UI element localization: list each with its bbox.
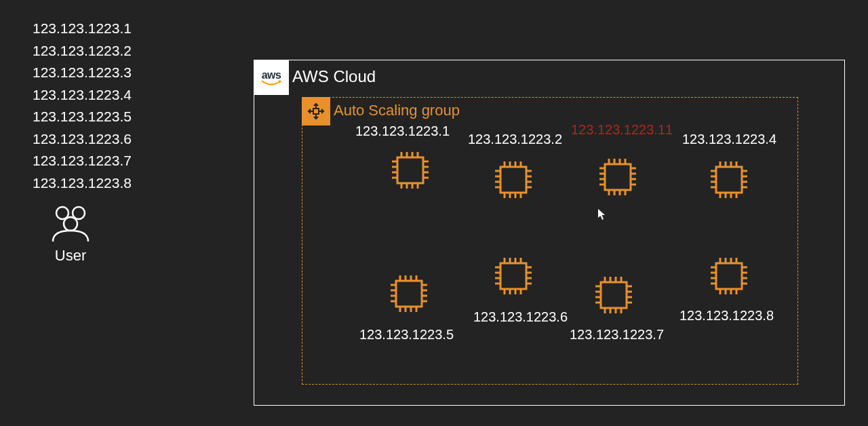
svg-rect-25: [500, 167, 526, 193]
ip-list-item: 123.123.1223.7: [33, 150, 132, 172]
svg-rect-76: [396, 281, 422, 307]
auto-scaling-group: Auto Scaling group 123.123.1223.1 123.12…: [302, 97, 798, 385]
aws-logo-badge: aws: [254, 60, 289, 95]
ip-list-item: 123.123.1223.3: [33, 62, 132, 84]
user-block: User: [47, 204, 94, 265]
ip-list-item: 123.123.1223.1: [33, 18, 132, 40]
ec2-instance-icon: [707, 157, 751, 202]
svg-rect-42: [605, 164, 631, 190]
svg-rect-8: [397, 157, 423, 183]
instance-label-5: 123.123.1223.5: [359, 327, 454, 343]
instance-label-1: 123.123.1223.1: [355, 123, 450, 139]
user-label: User: [47, 247, 94, 265]
svg-point-1: [73, 207, 85, 219]
svg-rect-127: [716, 263, 742, 289]
asg-badge-icon: [302, 97, 330, 125]
instance-label-4: 123.123.1223.4: [682, 132, 776, 147]
aws-smile-icon: [261, 80, 281, 85]
svg-rect-110: [601, 282, 627, 308]
instance-label-7: 123.123.1223.7: [570, 327, 664, 343]
instance-label-2: 123.123.1223.2: [468, 132, 562, 147]
ec2-instance-icon: [387, 271, 431, 316]
svg-rect-93: [500, 263, 526, 289]
svg-rect-59: [716, 167, 742, 193]
asg-title: Auto Scaling group: [334, 102, 460, 119]
svg-rect-3: [313, 109, 319, 114]
ip-list-item: 123.123.1223.8: [33, 172, 132, 195]
ec2-instance-icon: [591, 273, 636, 317]
ip-list-item: 123.123.1223.6: [33, 128, 132, 151]
aws-logo-text: aws: [262, 70, 281, 81]
users-icon: [47, 204, 94, 243]
ec2-instance-icon: [388, 148, 433, 193]
instance-label-6: 123.123.1223.6: [473, 309, 568, 325]
aws-cloud-title: AWS Cloud: [292, 67, 376, 86]
ip-list-item: 123.123.1223.5: [33, 106, 132, 128]
aws-cloud-container: aws AWS Cloud: [254, 60, 845, 406]
svg-point-2: [64, 217, 77, 231]
ec2-instance-icon: [707, 254, 751, 298]
ip-list-item: 123.123.1223.4: [33, 84, 132, 106]
instance-label-8: 123.123.1223.8: [679, 308, 774, 324]
ec2-instance-icon: [595, 155, 640, 199]
ec2-instance-icon: [491, 157, 536, 202]
ec2-instance-icon: [491, 254, 536, 298]
ip-address-list: 123.123.1223.1 123.123.1223.2 123.123.12…: [33, 18, 132, 194]
svg-point-0: [56, 207, 68, 219]
ip-list-item: 123.123.1223.2: [33, 40, 132, 62]
instance-label-3-failed: 123.123.1223.11: [571, 122, 673, 138]
